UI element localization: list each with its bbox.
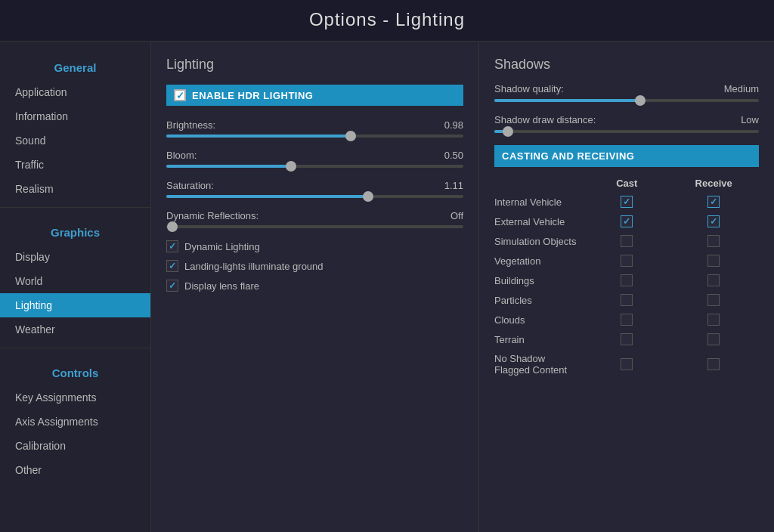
cast-checkbox-3[interactable] (621, 255, 633, 267)
receive-checkbox-5[interactable] (707, 294, 720, 306)
sidebar-item-axis-assignments[interactable]: Axis Assignments (0, 410, 150, 434)
bloom-row: Bloom: 0.50 (166, 150, 463, 168)
cast-checkbox-4[interactable] (621, 274, 633, 286)
casting-row-cast[interactable] (585, 290, 668, 310)
receive-checkbox-7[interactable] (707, 333, 720, 345)
shadows-title: Shadows (494, 57, 759, 73)
casting-row-label: Clouds (494, 310, 585, 329)
casting-row-cast[interactable] (585, 231, 668, 251)
hdr-label: ENABLE HDR LIGHTING (192, 90, 313, 101)
saturation-thumb[interactable] (363, 191, 373, 202)
brightness-value: 0.98 (444, 119, 463, 131)
casting-row-receive[interactable] (668, 310, 759, 329)
sidebar-item-information[interactable]: Information (0, 104, 150, 128)
cast-checkbox-0[interactable] (621, 196, 633, 208)
casting-row-receive[interactable] (668, 329, 759, 349)
shadow-draw-value: Low (741, 114, 759, 125)
receive-checkbox-8[interactable] (707, 358, 720, 370)
casting-row-label: Simulation Objects (494, 231, 585, 251)
casting-row-receive[interactable] (668, 251, 759, 271)
general-section-title: General (0, 49, 150, 80)
casting-row-cast[interactable] (585, 212, 668, 231)
dynamic-reflections-value: Off (450, 210, 463, 221)
receive-checkbox-3[interactable] (707, 255, 720, 267)
casting-header: CASTING AND RECEIVING (494, 145, 759, 167)
bloom-thumb[interactable] (286, 161, 296, 172)
display-lens-label: Display lens flare (184, 280, 259, 292)
receive-checkbox-1[interactable] (707, 215, 720, 227)
bloom-fill (166, 165, 291, 168)
shadow-quality-value: Medium (724, 83, 759, 94)
casting-row-cast[interactable] (585, 310, 668, 329)
receive-checkbox-6[interactable] (707, 314, 720, 326)
page-title: Options - Lighting (0, 0, 774, 42)
shadows-panel: Shadows Shadow quality: Medium Shadow dr… (479, 42, 774, 532)
receive-checkbox-2[interactable] (707, 235, 720, 247)
casting-row-receive[interactable] (668, 349, 759, 379)
casting-row-receive[interactable] (668, 290, 759, 310)
lighting-panel: Lighting ENABLE HDR LIGHTING Brightness:… (151, 42, 479, 532)
saturation-track[interactable] (166, 195, 463, 198)
sidebar-item-key-assignments[interactable]: Key Assignments (0, 385, 150, 410)
shadow-quality-label: Shadow quality: (494, 83, 564, 94)
sidebar-item-realism[interactable]: Realism (0, 177, 150, 201)
casting-row-cast[interactable] (585, 329, 668, 349)
sidebar-item-display[interactable]: Display (0, 245, 150, 269)
cast-checkbox-5[interactable] (621, 294, 633, 306)
bloom-label: Bloom: (166, 150, 197, 161)
sidebar-item-lighting[interactable]: Lighting (0, 293, 150, 317)
cast-checkbox-7[interactable] (621, 333, 633, 345)
casting-row-label: Vegetation (494, 251, 585, 271)
sidebar-item-sound[interactable]: Sound (0, 128, 150, 153)
shadow-quality-track[interactable] (494, 99, 759, 102)
casting-row-cast[interactable] (585, 349, 668, 379)
cast-checkbox-2[interactable] (621, 235, 633, 247)
landing-lights-checkbox[interactable] (166, 260, 178, 272)
bloom-value: 0.50 (444, 150, 463, 161)
dynamic-reflections-row: Dynamic Reflections: Off (166, 210, 463, 228)
display-lens-checkbox[interactable] (166, 280, 178, 292)
cast-checkbox-6[interactable] (621, 314, 633, 326)
casting-row-cast[interactable] (585, 251, 668, 271)
col-header-label (494, 175, 585, 192)
casting-row-cast[interactable] (585, 271, 668, 290)
sidebar-item-traffic[interactable]: Traffic (0, 153, 150, 177)
hdr-checkbox-row[interactable]: ENABLE HDR LIGHTING (166, 85, 463, 106)
bloom-track[interactable] (166, 165, 463, 168)
casting-row-cast[interactable] (585, 192, 668, 212)
sidebar-item-calibration[interactable]: Calibration (0, 434, 150, 458)
brightness-track[interactable] (166, 135, 463, 138)
casting-row-receive[interactable] (668, 192, 759, 212)
col-header-receive: Receive (668, 175, 759, 192)
controls-section-title: Controls (0, 354, 150, 385)
casting-row-label: Particles (494, 290, 585, 310)
shadow-draw-thumb[interactable] (503, 126, 513, 137)
casting-row-receive[interactable] (668, 271, 759, 290)
shadow-draw-track[interactable] (494, 130, 759, 133)
casting-table: Cast Receive Internal VehicleExternal Ve… (494, 175, 759, 379)
lighting-panel-title: Lighting (166, 57, 463, 73)
sidebar-item-application[interactable]: Application (0, 80, 150, 104)
saturation-row: Saturation: 1.11 (166, 180, 463, 198)
hdr-checkbox[interactable] (174, 89, 186, 101)
brightness-label: Brightness: (166, 119, 215, 131)
shadow-quality-thumb[interactable] (635, 95, 646, 106)
casting-row-label: Buildings (494, 271, 585, 290)
dynamic-lighting-checkbox[interactable] (166, 240, 178, 252)
sidebar-item-world[interactable]: World (0, 269, 150, 293)
cast-checkbox-8[interactable] (621, 358, 633, 370)
col-header-cast: Cast (585, 175, 668, 192)
receive-checkbox-4[interactable] (707, 274, 720, 286)
dynamic-reflections-track[interactable] (166, 225, 463, 228)
receive-checkbox-0[interactable] (707, 196, 720, 208)
sidebar-item-weather[interactable]: Weather (0, 317, 150, 342)
cast-checkbox-1[interactable] (621, 215, 633, 227)
sidebar-item-other[interactable]: Other (0, 458, 150, 482)
dynamic-reflections-thumb[interactable] (167, 221, 178, 232)
casting-row-receive[interactable] (668, 212, 759, 231)
shadow-draw-label: Shadow draw distance: (494, 114, 596, 125)
casting-row-receive[interactable] (668, 231, 759, 251)
saturation-value: 1.11 (444, 180, 463, 191)
brightness-thumb[interactable] (345, 131, 356, 141)
dynamic-lighting-label: Dynamic Lighting (184, 241, 260, 252)
